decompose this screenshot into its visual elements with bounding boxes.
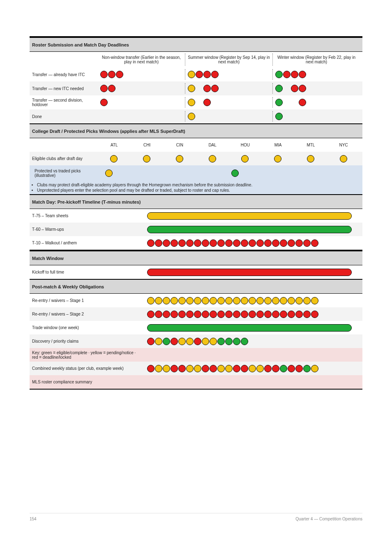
row-label: Transfer — new ITC needed [30,81,95,95]
pill-bar [147,212,352,220]
dot-icon [241,338,248,345]
dot-icon [311,311,318,318]
row-visual [145,321,362,334]
dot-icon [288,297,295,304]
dot-icon [178,338,186,345]
row-visual [145,223,362,236]
club-dot-cell [262,155,295,162]
dot-icon [275,113,283,120]
row-label: Kickoff to full time [30,265,145,279]
section-1-title: Roster Submission and Match Day Deadline… [32,42,129,47]
club-names: ATLCHICINDALHOUMIAMTLNYC [95,138,362,152]
club-name: MTL [295,143,327,147]
row-label: Combined weekly status (per club, exampl… [30,362,145,375]
dot-icon [311,239,318,247]
dot-icon [210,365,217,372]
dot-icon [178,297,186,304]
dot-icon [217,311,225,318]
blue-block: Protected vs traded picks (illustrative)… [30,165,362,194]
footer-divider [41,519,291,519]
keep-left [105,169,231,177]
dot-icon [188,71,195,78]
dot-icon [241,365,248,372]
dot-icon [340,155,347,162]
row-visual [145,294,362,307]
tri-cell [98,115,185,118]
dot-icon [186,297,194,304]
dot-icon [264,311,272,318]
dot-icon [299,71,306,78]
dot-icon [295,311,303,318]
dot-icon [275,85,283,92]
dot-icon [275,99,283,106]
row-label: Re‑entry / waivers – Stage 2 [30,307,145,321]
dot-icon [147,297,154,304]
dot-icon [147,311,154,318]
tri-cell [98,83,185,94]
tri-cell [185,111,272,122]
row-label: MLS roster compliance summary [30,375,145,389]
top-rows-container: Transfer — already have ITCTransfer — ne… [30,67,362,123]
dot-icon [264,239,272,247]
top-row: Done [30,109,362,123]
pill-bar [147,269,352,276]
dot-icon [225,338,233,345]
top-row: Transfer — second division, holdover [30,95,362,109]
row-visual [145,307,362,321]
club-name: HOU [229,143,262,147]
dot-icon [176,155,183,162]
keep-right [231,169,357,177]
page: Roster Submission and Match Day Deadline… [0,0,392,557]
club-dot-cell [196,155,229,162]
dot-icon [256,365,264,372]
bullets: Clubs may protect draft‑eligible academy… [37,182,362,193]
blank [30,138,95,152]
dot-icon [178,311,186,318]
dot-icon [288,311,295,318]
dot-icon [274,155,281,162]
tri-cell [272,69,360,80]
section-5-title: Post‑match & Weekly Obligations [32,284,104,289]
club-name: MIA [262,143,295,147]
data-row: Kickoff to full time [30,265,362,279]
data-row: Re‑entry / waivers – Stage 2 [30,307,362,321]
row-label: Discovery / priority claims [30,334,145,348]
dot-icon [217,239,225,247]
dot-icon [217,365,225,372]
dot-icon [202,365,209,372]
dot-icon [241,297,248,304]
dot-icon [295,365,303,372]
dot-icon [186,239,194,247]
dot-icon [303,239,311,247]
dot-icon [100,71,108,78]
dot-icon [283,71,291,78]
data-row: Re‑entry / waivers – Stage 1 [30,294,362,307]
dot-icon [272,297,279,304]
dot-icon [202,239,209,247]
dot-icon [186,311,194,318]
dot-icon [186,338,194,345]
footer-right: Quarter 4 — Competition Operations [295,517,362,521]
dot-icon [280,239,287,247]
row-label: T‑60 – Warm‑ups [30,223,145,236]
dot-icon [280,311,287,318]
club-dot-cell [295,155,327,162]
blank-label [30,52,95,67]
dot-icon [171,239,178,247]
dot-icon [171,311,178,318]
dot-icon [155,338,162,345]
dot-icon [307,155,314,162]
tri-cell [272,83,360,94]
dot-icon [108,85,115,92]
row-visual [145,375,362,389]
club-dots [95,152,362,165]
dot-icon [186,365,194,372]
dot-icon [171,365,178,372]
dot-icon [280,365,287,372]
section-3-title: Match Day: Pre‑kickoff Timeline (T‑minus… [32,200,141,204]
dot-icon [225,297,233,304]
top-margin [30,18,362,36]
tri-head-0: Non‑window transfer (Earlier in the seas… [98,53,185,66]
dot-icon [288,365,295,372]
dot-icon [217,338,225,345]
